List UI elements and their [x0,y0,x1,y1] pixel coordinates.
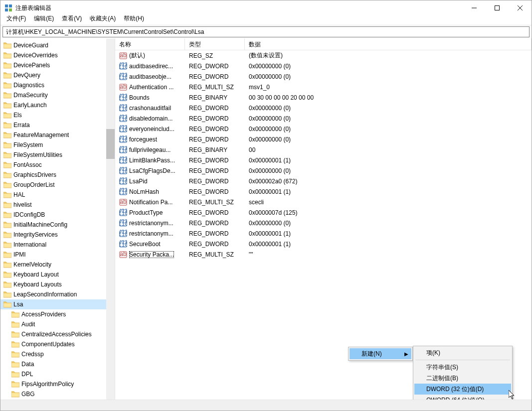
minimize-button[interactable] [463,0,486,15]
value-name: disabledomain... [129,115,173,122]
tree-item[interactable]: Keyboard Layouts [0,279,106,289]
tree-item[interactable]: Diagnostics [0,80,106,90]
tree-item[interactable]: CentralizedAccessPolicies [0,329,106,339]
menu-help[interactable]: 帮助(H) [120,13,148,24]
menu-item-qword[interactable]: QWORD (64 位)值(Q) [414,395,511,400]
tree-item[interactable]: DPL [0,369,106,379]
value-row[interactable]: 011110LsaPidREG_DWORD0x000002a0 (672) [115,176,532,186]
value-row[interactable]: abNotification Pa...REG_MULTI_SZscecli [115,197,532,207]
value-row[interactable]: 011110SecureBootREG_DWORD0x00000001 (1) [115,239,532,249]
value-row[interactable]: 011110everyoneinclud...REG_DWORD0x000000… [115,124,532,134]
tree-item[interactable]: DevicePanels [0,60,106,70]
tree-item[interactable]: InitialMachineConfig [0,220,106,230]
menu-item-key[interactable]: 项(K) [414,347,511,358]
tree-item-label: Diagnostics [13,82,44,89]
tree-item[interactable]: FileSystemUtilities [0,150,106,160]
menu-file[interactable]: 文件(F) [2,13,30,24]
header-data[interactable]: 数据 [245,38,532,50]
value-row[interactable]: 011110LimitBlankPass...REG_DWORD0x000000… [115,155,532,165]
tree-item[interactable]: FeatureManagement [0,130,106,140]
folder-icon [3,72,11,79]
tree-item[interactable]: Els [0,110,106,120]
value-row[interactable]: 011110forceguestREG_DWORD0x00000000 (0) [115,134,532,144]
tree-item[interactable]: GroupOrderList [0,180,106,190]
maximize-button[interactable] [486,0,509,15]
menu-item-string[interactable]: 字符串值(S) [414,362,511,373]
tree-item[interactable]: DeviceOverrides [0,50,106,60]
menu-view[interactable]: 查看(V) [58,13,86,24]
address-bar[interactable]: 计算机\HKEY_LOCAL_MACHINE\SYSTEM\CurrentCon… [2,26,530,37]
tree-item[interactable]: IPMI [0,250,106,260]
value-row[interactable]: 011110auditbasedirec...REG_DWORD0x000000… [115,61,532,71]
value-data: (数值未设置) [245,51,532,60]
value-row[interactable]: 011110NoLmHashREG_DWORD0x00000001 (1) [115,186,532,197]
tree-item[interactable]: Audit [0,319,106,329]
tree-item[interactable]: JD [0,399,106,400]
tree-item[interactable]: EarlyLaunch [0,100,106,110]
value-data: 0x00000000 (0) [245,105,532,112]
tree-item[interactable]: Data [0,359,106,369]
header-type[interactable]: 类型 [185,38,245,50]
svg-text:110: 110 [119,116,127,123]
value-row[interactable]: abSecurity Packa...REG_MULTI_SZ"" [115,249,532,260]
menu-edit[interactable]: 编辑(E) [30,13,58,24]
menu-item-dword[interactable]: DWORD (32 位)值(D) [414,384,511,395]
tree-item[interactable]: International [0,240,106,250]
tree-item[interactable]: GraphicsDrivers [0,170,106,180]
svg-text:110: 110 [119,189,127,196]
tree-item[interactable]: IDConfigDB [0,210,106,220]
tree-item[interactable]: GBG [0,389,106,399]
tree-item[interactable]: IntegrityServices [0,230,106,240]
folder-icon [3,251,11,258]
tree-item[interactable]: ComponentUpdates [0,339,106,349]
tree-item[interactable]: Lsa [0,299,106,309]
tree-item[interactable]: HAL [0,190,106,200]
tree-item[interactable]: LeapSecondInformation [0,289,106,299]
tree-item[interactable]: FileSystem [0,140,106,150]
folder-icon [3,82,11,89]
value-row[interactable]: abAuthentication ...REG_MULTI_SZmsv1_0 [115,82,532,92]
menu-favorites[interactable]: 收藏夹(A) [86,13,120,24]
tree-item[interactable]: Errata [0,120,106,130]
value-row[interactable]: 011110disabledomain...REG_DWORD0x0000000… [115,113,532,124]
value-row[interactable]: 011110ProductTypeREG_DWORD0x0000007d (12… [115,207,532,218]
tree-item[interactable]: Credssp [0,349,106,359]
folder-icon [3,301,11,308]
tree-item[interactable]: KernelVelocity [0,260,106,270]
folder-icon [11,351,19,358]
value-row[interactable]: ab(默认)REG_SZ(数值未设置) [115,50,532,61]
close-button[interactable] [509,0,532,15]
value-name: Authentication ... [129,84,174,91]
menu-item-new[interactable]: 新建(N) ▶ [350,348,411,359]
value-row[interactable]: 011110fullprivilegeau...REG_BINARY00 [115,144,532,155]
folder-icon [11,381,19,388]
tree-item[interactable]: Keyboard Layout [0,270,106,279]
tree-item-label: InitialMachineConfig [13,221,67,228]
value-row[interactable]: 011110BoundsREG_BINARY00 30 00 00 00 20 … [115,92,532,103]
tree-scroll-thumb[interactable] [106,129,115,159]
tree-item[interactable]: DevQuery [0,70,106,80]
tree-item[interactable]: FontAssoc [0,160,106,170]
value-type: REG_DWORD [185,157,245,164]
value-row[interactable]: 011110auditbaseobje...REG_DWORD0x0000000… [115,71,532,82]
value-type: REG_BINARY [185,146,245,153]
tree-item[interactable]: AccessProviders [0,309,106,319]
tree-item[interactable]: FipsAlgorithmPolicy [0,379,106,389]
tree-scrollbar[interactable] [106,38,115,400]
value-row[interactable]: 011110LsaCfgFlagsDe...REG_DWORD0x0000000… [115,165,532,176]
tree-item-label: DeviceOverrides [13,52,58,59]
value-row[interactable]: 011110crashonauditfailREG_DWORD0x0000000… [115,103,532,113]
value-row[interactable]: 011110restrictanonym...REG_DWORD0x000000… [115,218,532,228]
tree-item-label: FipsAlgorithmPolicy [21,381,74,388]
tree-item-label: Errata [13,122,30,129]
tree-item[interactable]: DmaSecurity [0,90,106,100]
tree-item[interactable]: hivelist [0,200,106,210]
header-name[interactable]: 名称 [115,38,185,50]
folder-icon [11,361,19,368]
tree-item[interactable]: DeviceGuard [0,40,106,50]
value-data: 00 [245,146,532,153]
menu-item-binary[interactable]: 二进制值(B) [414,373,511,384]
value-row[interactable]: 011110restrictanonym...REG_DWORD0x000000… [115,228,532,239]
tree-item-label: GBG [21,391,35,398]
string-value-icon: ab [119,198,127,206]
